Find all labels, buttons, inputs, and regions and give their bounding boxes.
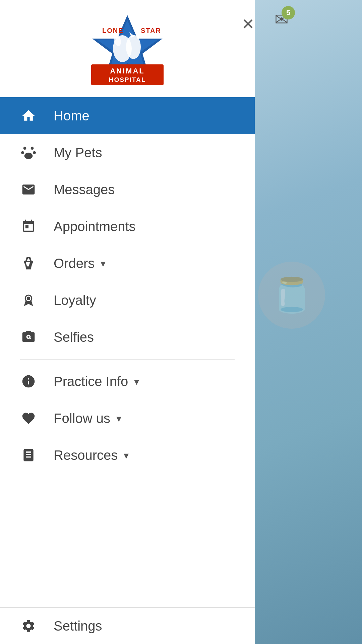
close-button[interactable]: × <box>235 10 261 37</box>
navigation-drawer: ANIMAL HOSPITAL LONE STAR Home <box>0 0 255 644</box>
nav-label-selfies: Selfies <box>54 330 94 345</box>
svg-marker-19 <box>24 302 33 306</box>
logo-image: ANIMAL HOSPITAL LONE STAR <box>67 10 188 91</box>
orders-chevron-icon: ▾ <box>101 258 106 269</box>
svg-point-12 <box>23 147 26 150</box>
calendar-icon <box>17 219 40 234</box>
decorative-circle: 🫙 <box>258 262 325 329</box>
bottle-icon: 🫙 <box>271 275 313 315</box>
nav-label-resources: Resources <box>54 448 118 463</box>
follow-us-chevron-icon: ▾ <box>116 413 121 424</box>
orders-icon <box>17 256 40 271</box>
message-count-badge: 5 <box>282 6 295 19</box>
svg-point-13 <box>31 147 34 150</box>
nav-label-messages: Messages <box>54 182 115 197</box>
book-icon <box>17 448 40 463</box>
logo-area: ANIMAL HOSPITAL LONE STAR <box>0 0 255 97</box>
nav-item-home[interactable]: Home <box>0 97 255 134</box>
nav-item-orders[interactable]: Orders ▾ <box>0 245 255 282</box>
close-icon: × <box>242 12 254 35</box>
nav-item-loyalty[interactable]: Loyalty <box>0 282 255 319</box>
svg-text:HOSPITAL: HOSPITAL <box>109 76 146 83</box>
heart-icon <box>17 411 40 426</box>
svg-point-18 <box>27 297 31 300</box>
svg-point-15 <box>33 151 36 154</box>
right-panel: 🫙 <box>255 0 362 644</box>
nav-label-my-pets: My Pets <box>54 145 102 160</box>
settings-bar[interactable]: Settings <box>0 607 255 644</box>
nav-item-messages[interactable]: Messages <box>0 171 255 208</box>
settings-label: Settings <box>54 619 102 634</box>
svg-point-14 <box>21 151 24 154</box>
mail-icon <box>17 182 40 197</box>
settings-icon <box>17 619 40 633</box>
nav-label-loyalty: Loyalty <box>54 293 96 308</box>
home-icon <box>17 108 40 123</box>
nav-item-follow-us[interactable]: Follow us ▾ <box>0 400 255 437</box>
nav-label-orders: Orders <box>54 256 95 271</box>
practice-info-chevron-icon: ▾ <box>134 376 139 387</box>
svg-text:ANIMAL: ANIMAL <box>110 67 145 75</box>
nav-label-appointments: Appointments <box>54 219 136 234</box>
info-icon <box>17 374 40 389</box>
nav-divider <box>20 359 235 360</box>
nav-item-appointments[interactable]: Appointments <box>0 208 255 245</box>
svg-point-3 <box>126 35 141 59</box>
svg-text:LONE: LONE <box>102 27 124 34</box>
nav-item-my-pets[interactable]: My Pets <box>0 134 255 171</box>
paw-icon <box>17 145 40 160</box>
nav-item-practice-info[interactable]: Practice Info ▾ <box>0 363 255 400</box>
selfies-icon <box>17 330 40 344</box>
loyalty-icon <box>17 293 40 308</box>
svg-marker-5 <box>137 32 140 38</box>
resources-chevron-icon: ▾ <box>124 449 129 461</box>
nav-item-resources[interactable]: Resources ▾ <box>0 437 255 474</box>
nav-label-practice-info: Practice Info <box>54 374 128 389</box>
nav-list: Home My Pets Messages <box>0 97 255 607</box>
svg-point-16 <box>24 153 33 159</box>
message-badge-container: ✉ 5 <box>268 6 295 33</box>
nav-label-follow-us: Follow us <box>54 411 110 426</box>
nav-item-selfies[interactable]: Selfies <box>0 319 255 356</box>
nav-label-home: Home <box>54 108 89 123</box>
svg-text:STAR: STAR <box>141 27 161 34</box>
message-icon-wrapper[interactable]: ✉ 5 <box>268 6 295 33</box>
